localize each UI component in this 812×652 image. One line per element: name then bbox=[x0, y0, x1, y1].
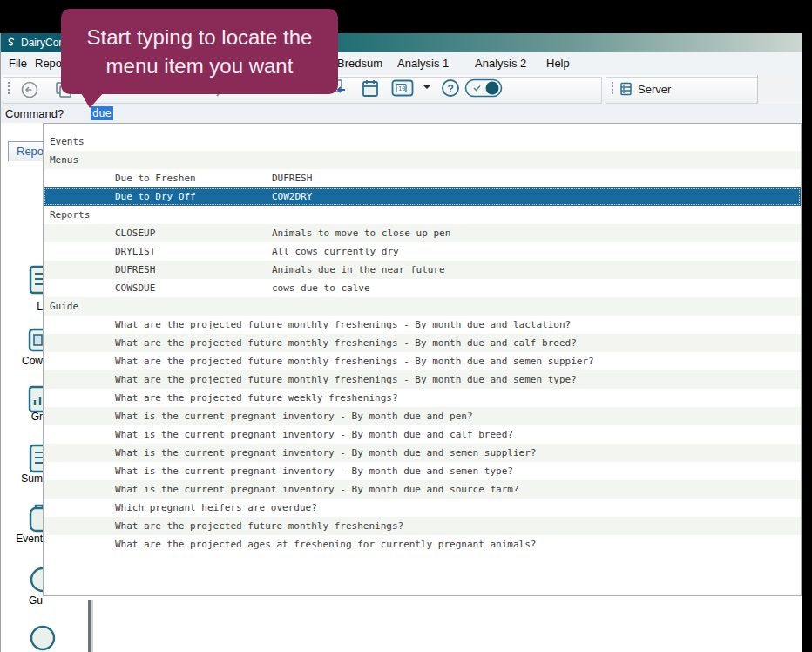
dropdown-row[interactable]: Which pregnant heifers are overdue? bbox=[44, 499, 801, 517]
item-code: COW2DRY bbox=[272, 187, 312, 206]
dropdown-section-header: Menus bbox=[44, 151, 801, 169]
dropdown-row[interactable]: What are the projected ages at freshenin… bbox=[44, 535, 801, 554]
dropdown-caret-icon[interactable] bbox=[422, 84, 432, 91]
menu-analysis2[interactable]: Analysis 2 bbox=[475, 57, 526, 70]
hint-callout: Start typing to locate the menu item you… bbox=[61, 9, 338, 94]
sidebar-splitter[interactable] bbox=[88, 600, 91, 652]
item-name: CLOSEUP bbox=[115, 224, 155, 242]
guide-question: What are the projected ages at freshenin… bbox=[115, 535, 536, 554]
screen: DairyCon File Repor Bredsum Analysis 1 A… bbox=[0, 0, 812, 652]
sidebar-splitter-highlight bbox=[91, 600, 93, 652]
app-window: DairyCon File Repor Bredsum Analysis 1 A… bbox=[0, 33, 802, 652]
dropdown-section-header: Reports bbox=[44, 206, 801, 224]
menu-file[interactable]: File bbox=[9, 57, 27, 70]
dropdown-row[interactable]: CLOSEUPAnimals to move to close-up pen bbox=[44, 224, 801, 242]
window-title: DairyCon bbox=[21, 37, 64, 49]
counter-icon[interactable]: 10 bbox=[391, 79, 414, 97]
dropdown-row[interactable]: What are the projected future monthly fr… bbox=[44, 370, 801, 389]
sidebar-item-label: Gr bbox=[1, 411, 43, 423]
guide-question: What is the current pregnant inventory -… bbox=[115, 480, 519, 499]
hint-callout-line2: menu item you want bbox=[61, 51, 338, 80]
guide-question: What is the current pregnant inventory -… bbox=[115, 462, 513, 480]
dropdown-row[interactable]: What is the current pregnant inventory -… bbox=[44, 425, 801, 444]
guide-question: What are the projected future weekly fre… bbox=[115, 389, 398, 407]
menu-analysis1[interactable]: Analysis 1 bbox=[397, 57, 449, 70]
dropdown-row[interactable]: What are the projected future monthly fr… bbox=[44, 316, 801, 334]
dropdown-row[interactable]: What are the projected future monthly fr… bbox=[44, 352, 801, 370]
dropdown-row[interactable]: DRYLISTAll cows currently dry bbox=[44, 242, 801, 261]
item-code: Animals due in the near future bbox=[272, 261, 445, 279]
sidebar-item-label: Event bbox=[1, 533, 43, 545]
dropdown-row[interactable]: What is the current pregnant inventory -… bbox=[44, 462, 801, 480]
cowpage-icon bbox=[27, 623, 57, 652]
app-logo-icon bbox=[4, 37, 17, 49]
item-name: DUFRESH bbox=[115, 261, 155, 279]
command-label: Command? bbox=[5, 107, 64, 120]
server-button[interactable]: Server bbox=[619, 82, 671, 96]
item-code: DUFRESH bbox=[272, 169, 312, 187]
item-name: DRYLIST bbox=[115, 242, 155, 261]
guide-question: What is the current pregnant inventory -… bbox=[115, 425, 513, 444]
help-icon[interactable]: ? bbox=[441, 78, 460, 98]
sidebar-item-label: Gu bbox=[1, 594, 43, 607]
item-name: Due to Freshen bbox=[115, 169, 196, 187]
calendar-icon[interactable] bbox=[361, 78, 380, 98]
sidebar-item-label: Cow bbox=[1, 355, 43, 367]
guide-question: What are the projected future monthly fr… bbox=[115, 352, 594, 370]
section-label: Menus bbox=[50, 151, 78, 169]
counter-value: 10 bbox=[398, 85, 405, 92]
guide-question: Which pregnant heifers are overdue? bbox=[115, 499, 317, 517]
dropdown-row[interactable]: Due to FreshenDUFRESH bbox=[44, 169, 801, 187]
section-label: Events bbox=[50, 132, 85, 151]
dropdown-row[interactable]: What is the current pregnant inventory -… bbox=[44, 407, 801, 425]
svg-text:?: ? bbox=[448, 83, 454, 95]
dropdown-row[interactable]: What is the current pregnant inventory -… bbox=[44, 444, 801, 462]
item-name: Due to Dry Off bbox=[115, 187, 196, 206]
toggle-switch[interactable] bbox=[464, 78, 503, 98]
dropdown-row[interactable]: What is the current pregnant inventory -… bbox=[44, 480, 801, 499]
hint-callout-line1: Start typing to locate the bbox=[61, 23, 338, 51]
dropdown-row[interactable]: DUFRESHAnimals due in the near future bbox=[44, 261, 801, 279]
guide-question: What are the projected future monthly fr… bbox=[115, 334, 577, 352]
guide-question: What are the projected future monthly fr… bbox=[115, 517, 403, 535]
dropdown-row[interactable]: What are the projected future weekly fre… bbox=[44, 389, 801, 407]
dropdown-section-header: Guide bbox=[44, 297, 801, 316]
command-autocomplete-dropdown: EventsMenusDue to FreshenDUFRESHDue to D… bbox=[43, 123, 802, 596]
toolbar-spacer bbox=[757, 75, 802, 104]
dropdown-row[interactable]: What are the projected future monthly fr… bbox=[44, 334, 801, 352]
dropdown-row[interactable]: Due to Dry OffCOW2DRY bbox=[44, 187, 801, 206]
sidebar-item-label: L bbox=[1, 301, 43, 313]
item-name: COWSDUE bbox=[115, 279, 155, 297]
sidebar-item-label: Sum bbox=[1, 472, 43, 485]
guide-question: What is the current pregnant inventory -… bbox=[115, 407, 473, 425]
guide-question: What are the projected future monthly fr… bbox=[115, 370, 577, 389]
command-input-selected-text: due bbox=[91, 106, 113, 120]
server-icon bbox=[619, 82, 633, 96]
section-label: Guide bbox=[50, 297, 78, 316]
section-label: Reports bbox=[50, 206, 90, 224]
item-code: cows due to calve bbox=[272, 279, 370, 297]
item-code: Animals to move to close-up pen bbox=[272, 224, 450, 242]
dropdown-section-header: Events bbox=[44, 132, 801, 151]
server-label: Server bbox=[638, 83, 671, 96]
guide-question: What are the projected future monthly fr… bbox=[115, 316, 571, 334]
guide-question: What is the current pregnant inventory -… bbox=[115, 444, 536, 462]
menu-help[interactable]: Help bbox=[546, 57, 570, 70]
toolbar-grip-server[interactable] bbox=[611, 81, 614, 95]
dropdown-row[interactable]: COWSDUEcows due to calve bbox=[44, 279, 801, 297]
command-row: Command? due bbox=[1, 105, 802, 124]
dropdown-row[interactable]: What are the projected future monthly fr… bbox=[44, 517, 801, 535]
toolbar-grip[interactable] bbox=[7, 81, 10, 95]
menu-bredsum[interactable]: Bredsum bbox=[337, 57, 382, 70]
back-icon[interactable] bbox=[20, 80, 39, 99]
item-code: All cows currently dry bbox=[272, 242, 399, 261]
command-input[interactable]: due bbox=[88, 105, 801, 123]
